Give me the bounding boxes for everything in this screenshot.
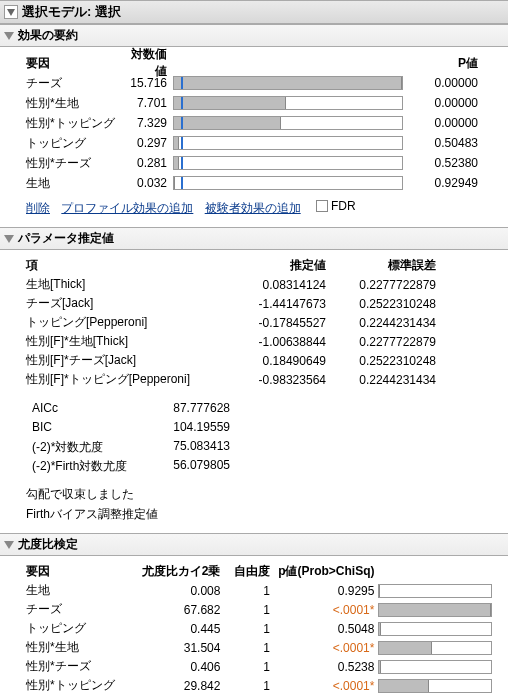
table-row[interactable]: 性別[F]*トッピング[Pepperoni]-0.983235640.22442… (26, 370, 492, 389)
model-panel-header[interactable]: 選択モデル: 選択 (0, 0, 508, 24)
table-row[interactable]: 性別*チーズ 0.281 0.52380 (26, 153, 492, 173)
col-p: P値 (403, 55, 478, 72)
link-row: 削除 プロファイル効果の追加 被験者効果の追加 FDR (26, 199, 492, 217)
stats-table: AICc87.777628 BIC104.19559 (-2)*対数尤度75.0… (32, 401, 492, 477)
lr-panel-header[interactable]: 尤度比検定 (0, 533, 508, 556)
table-row: (-2)*Firth対数尤度56.079805 (32, 458, 492, 477)
table-header-row: 要因 対数価値 P値 (26, 53, 492, 73)
disclosure-triangle-icon (4, 32, 14, 40)
table-row[interactable]: 生地[Thick]0.083141240.2277722879 (26, 275, 492, 294)
table-row[interactable]: 性別*生地 7.701 0.00000 (26, 93, 492, 113)
effects-table: 要因 対数価値 P値 チーズ 15.716 0.00000 性別*生地 7.70… (26, 53, 492, 193)
axis-line (181, 77, 183, 89)
disclosure-triangle-icon (4, 235, 14, 243)
add-subject-link[interactable]: 被験者効果の追加 (205, 201, 301, 215)
col-se: 標準誤差 (326, 257, 436, 274)
table-row[interactable]: トッピング[Pepperoni]-0.178455270.2244231434 (26, 313, 492, 332)
table-row[interactable]: 性別[F]*生地[Thick]-1.006388440.2277722879 (26, 332, 492, 351)
table-row[interactable]: 性別*生地 31.504 1 <.0001* (26, 638, 492, 657)
table-row[interactable]: チーズ 67.682 1 <.0001* (26, 600, 492, 619)
table-row[interactable]: チーズ 15.716 0.00000 (26, 73, 492, 93)
col-factor: 要因 (26, 55, 124, 72)
table-row: (-2)*対数尤度75.083413 (32, 439, 492, 458)
col-log: 対数価値 (124, 46, 173, 80)
disclosure-triangle-icon (4, 541, 14, 549)
params-panel-header[interactable]: パラメータ推定値 (0, 227, 508, 250)
table-header-row: 項 推定値 標準誤差 (26, 256, 492, 275)
col-term: 項 (26, 257, 226, 274)
disclosure-box-icon[interactable] (4, 5, 18, 19)
effects-title: 効果の要約 (18, 27, 78, 44)
convergence-note: 勾配で収束しました (26, 485, 492, 503)
lr-table: 要因 尤度比カイ2乗 自由度 p値(Prob>ChiSq) 生地 0.008 1… (26, 562, 492, 694)
add-profile-link[interactable]: プロファイル効果の追加 (61, 201, 193, 215)
table-row[interactable]: 性別*トッピング 29.842 1 <.0001* (26, 676, 492, 694)
table-row[interactable]: 性別*トッピング 7.329 0.00000 (26, 113, 492, 133)
table-row[interactable]: トッピング 0.297 0.50483 (26, 133, 492, 153)
fdr-label: FDR (331, 199, 356, 213)
bar (173, 76, 403, 90)
table-row[interactable]: チーズ[Jack]-1.441476730.2522310248 (26, 294, 492, 313)
table-row[interactable]: 生地 0.008 1 0.9295 (26, 581, 492, 600)
table-row: BIC104.19559 (32, 420, 492, 439)
table-row[interactable]: 性別*チーズ 0.406 1 0.5238 (26, 657, 492, 676)
model-title: 選択モデル: 選択 (22, 3, 121, 21)
fdr-checkbox[interactable]: FDR (316, 199, 356, 213)
table-row: AICc87.777628 (32, 401, 492, 420)
checkbox-icon (316, 200, 328, 212)
params-table: 項 推定値 標準誤差 生地[Thick]0.083141240.22777228… (26, 256, 492, 389)
firth-note: Firthバイアス調整推定値 (26, 505, 492, 523)
table-row[interactable]: 生地 0.032 0.92949 (26, 173, 492, 193)
effects-panel-header[interactable]: 効果の要約 (0, 24, 508, 47)
col-est: 推定値 (226, 257, 326, 274)
table-row[interactable]: トッピング 0.445 1 0.5048 (26, 619, 492, 638)
params-title: パラメータ推定値 (18, 230, 114, 247)
delete-link[interactable]: 削除 (26, 201, 50, 215)
table-row[interactable]: 性別[F]*チーズ[Jack]0.184906490.2522310248 (26, 351, 492, 370)
lr-title: 尤度比検定 (18, 536, 78, 553)
table-header-row: 要因 尤度比カイ2乗 自由度 p値(Prob>ChiSq) (26, 562, 492, 581)
